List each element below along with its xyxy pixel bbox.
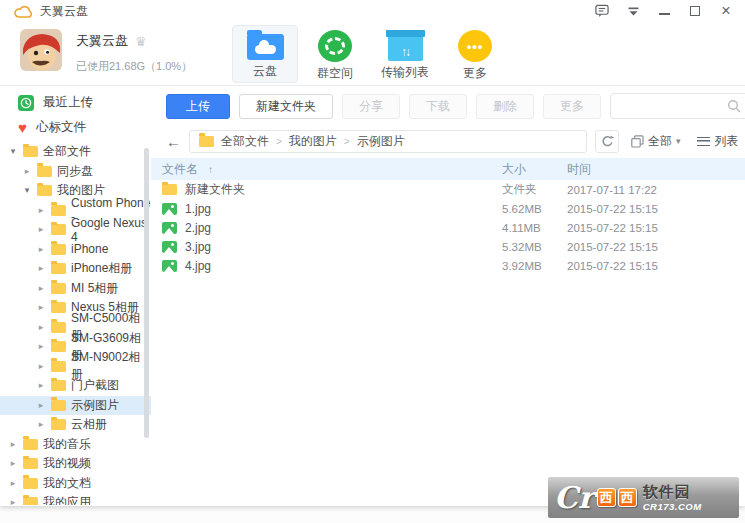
watermark-char-box: 西 [618,488,637,507]
nav-tab-transfer-list[interactable]: ↑↓ 传输列表 [372,25,438,83]
close-button[interactable]: × [719,4,733,18]
column-header-name[interactable]: 文件名 [162,161,198,178]
search-input[interactable] [619,99,727,113]
sidebar-item-my-apps[interactable]: 我的应用 [0,493,151,505]
chevron-right-icon[interactable] [36,401,46,410]
sidebar-item-iphone-album[interactable]: iPhone相册 [0,259,151,279]
chevron-right-icon[interactable] [36,245,46,254]
chevron-right-icon[interactable] [36,284,46,293]
filter-copy-icon [631,135,644,148]
chevron-right-icon[interactable] [36,362,46,371]
file-size: 文件夹 [502,182,567,197]
chevron-down-icon[interactable] [22,186,32,195]
folder-icon [37,185,52,196]
sidebar-item-my-documents[interactable]: 我的文档 [0,474,151,494]
column-header-time[interactable]: 时间 [567,161,745,178]
refresh-button[interactable] [595,130,619,153]
chevron-right-icon[interactable] [36,206,46,215]
share-button[interactable]: 分享 [342,94,400,119]
folder-icon [51,341,66,352]
main-menu-icon[interactable] [626,4,640,18]
chevron-right-icon[interactable] [36,225,46,234]
sidebar-item-sync-disk[interactable]: 同步盘 [0,162,151,182]
file-size: 4.11MB [502,222,567,234]
maximize-button[interactable] [688,4,702,18]
image-file-icon [162,260,177,272]
sidebar-item-cloud-album[interactable]: 云相册 [0,415,151,435]
storage-usage: 已使用21.68G（1.0%） [76,59,192,74]
image-file-icon [162,241,177,253]
folder-icon [23,146,38,157]
chevron-right-icon[interactable] [36,342,46,351]
table-row[interactable]: 新建文件夹 文件夹 2017-07-11 17:22 [151,180,745,199]
breadcrumb-item-my-pictures[interactable]: 我的图片 [289,133,337,150]
search-icon[interactable] [727,99,741,113]
folder-icon [37,166,52,177]
breadcrumb-separator: > [344,136,350,147]
delete-button[interactable]: 删除 [476,94,534,119]
sidebar-item-my-music[interactable]: 我的音乐 [0,435,151,455]
navigation-row: ← 全部文件 > 我的图片 > 示例图片 [151,128,745,154]
sidebar-item-recent-uploads[interactable]: 最近上传 [0,90,151,115]
file-name[interactable]: 1.jpg [185,202,211,216]
sidebar-item-all-files[interactable]: 全部文件 [0,142,151,162]
breadcrumb: 全部文件 > 我的图片 > 示例图片 [189,130,587,153]
file-name[interactable]: 4.jpg [185,259,211,273]
table-row[interactable]: 2.jpg 4.11MB 2015-07-22 15:15 [151,218,745,237]
file-name[interactable]: 3.jpg [185,240,211,254]
sidebar-scrollbar[interactable] [144,148,149,438]
table-row[interactable]: 3.jpg 5.32MB 2015-07-22 15:15 [151,237,745,256]
file-name[interactable]: 2.jpg [185,221,211,235]
nav-tab-more[interactable]: ••• 更多 [442,25,508,83]
chevron-down-icon[interactable] [8,147,18,156]
view-mode-toggle[interactable]: 列表 [697,133,739,150]
sort-ascending-icon: ↑ [208,164,213,175]
chevron-right-icon[interactable] [22,167,32,176]
breadcrumb-item-all-files[interactable]: 全部文件 [221,133,269,150]
avatar[interactable] [20,29,62,71]
chevron-right-icon[interactable] [36,303,46,312]
back-icon[interactable]: ← [166,134,181,149]
new-folder-button[interactable]: 新建文件夹 [239,94,333,119]
chevron-right-icon[interactable] [8,479,18,488]
chevron-right-icon[interactable] [36,264,46,273]
chevron-right-icon[interactable] [36,323,46,332]
minimize-button[interactable] [657,4,671,18]
sidebar-item-google-nexus-4[interactable]: Google Nexus 4 [0,220,151,240]
file-type-filter[interactable]: 全部 ▾ [631,133,681,150]
image-file-icon [162,203,177,215]
chevron-right-icon[interactable] [8,440,18,449]
folder-icon [51,419,66,430]
folder-icon [23,497,38,505]
sidebar-item-my-videos[interactable]: 我的视频 [0,454,151,474]
header: 天翼云盘 ♛ 已使用21.68G（1.0%） 云盘 群空间 ↑↓ 传输列表 [0,22,745,86]
download-button[interactable]: 下载 [409,94,467,119]
chevron-right-icon[interactable] [8,498,18,505]
more-button[interactable]: 更多 [543,94,601,119]
search-box[interactable] [610,93,745,119]
breadcrumb-item-sample-images[interactable]: 示例图片 [357,133,405,150]
refresh-icon [601,135,614,148]
upload-button[interactable]: 上传 [166,94,230,119]
chevron-right-icon[interactable] [8,459,18,468]
nav-tab-cloud-disk[interactable]: 云盘 [232,25,298,83]
user-box[interactable]: 天翼云盘 ♛ 已使用21.68G（1.0%） [20,29,210,74]
file-name[interactable]: 新建文件夹 [185,181,245,198]
nav-tab-group-space[interactable]: 群空间 [302,25,368,83]
window-controls: × [595,4,733,18]
column-header-size[interactable]: 大小 [502,161,567,178]
crown-icon: ♛ [135,35,147,48]
feedback-icon[interactable] [595,4,609,18]
user-name: 天翼云盘 [76,32,128,50]
sidebar-item-sample-images[interactable]: 示例图片 [0,396,151,416]
sidebar-item-starred-files[interactable]: ♥ 心标文件 [0,115,151,140]
sidebar-item-mi5-album[interactable]: MI 5相册 [0,279,151,299]
table-row[interactable]: 4.jpg 3.92MB 2015-07-22 15:15 [151,256,745,275]
table-row[interactable]: 1.jpg 5.62MB 2015-07-22 15:15 [151,199,745,218]
chevron-right-icon[interactable] [36,381,46,390]
folder-icon [51,322,66,333]
sidebar-item-sm-n9002-album[interactable]: SM-N9002相册 [0,357,151,377]
watermark-site-suffix: 软件园 [643,484,702,499]
site-watermark: Cr 西 西 软件园 CR173.COM [548,477,739,518]
chevron-right-icon[interactable] [36,420,46,429]
